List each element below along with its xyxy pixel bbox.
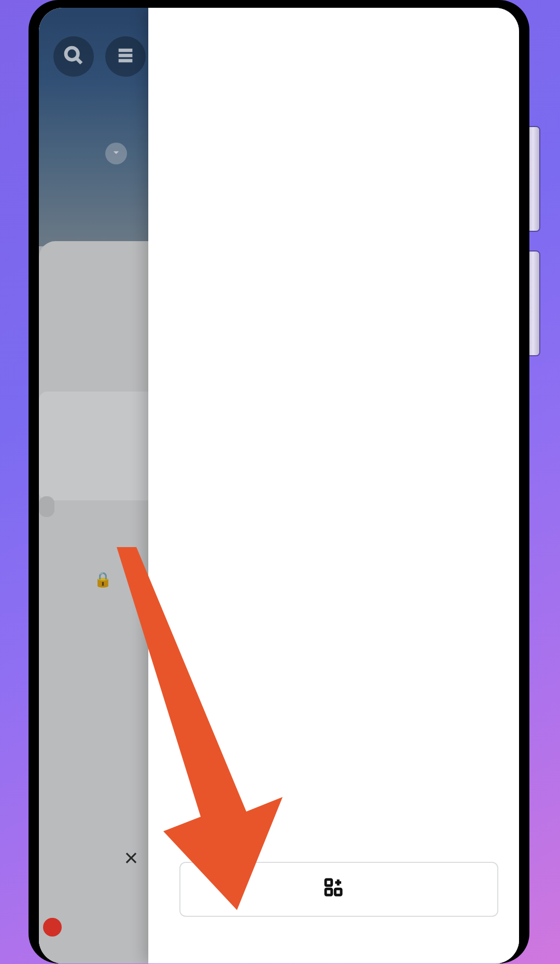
screen: 🔒 ×: [39, 8, 519, 963]
more-functions-button[interactable]: [179, 862, 498, 917]
svg-rect-7: [335, 889, 341, 895]
grid-plus-icon: [323, 877, 344, 902]
side-drawer: [148, 8, 519, 963]
phone-frame: 🔒 ×: [29, 0, 529, 963]
svg-rect-6: [326, 889, 332, 895]
svg-rect-5: [326, 879, 332, 886]
